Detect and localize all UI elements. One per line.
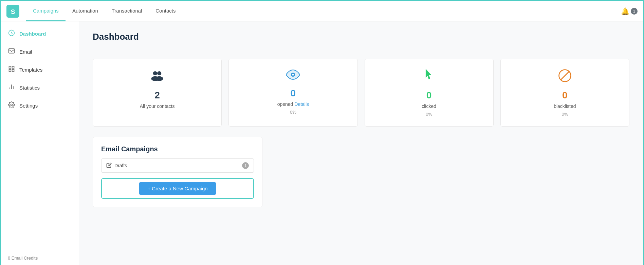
divider bbox=[93, 49, 629, 49]
main-content: Dashboard 2 All your contacts bbox=[79, 21, 643, 265]
svg-rect-6 bbox=[9, 70, 11, 72]
nav-tab-transactional[interactable]: Transactional bbox=[105, 1, 149, 21]
svg-point-11 bbox=[11, 104, 13, 106]
block-icon bbox=[558, 69, 572, 86]
email-credits: 0 Email Credits bbox=[1, 250, 79, 265]
clicked-label: clicked bbox=[422, 103, 436, 109]
blacklisted-count: 0 bbox=[562, 90, 568, 101]
blacklisted-label: blacklisted bbox=[554, 103, 576, 109]
clicked-percent: 0% bbox=[426, 112, 432, 117]
nav-tab-contacts[interactable]: Contacts bbox=[149, 1, 182, 21]
svg-rect-4 bbox=[9, 67, 11, 69]
sidebar-label-dashboard: Dashboard bbox=[19, 31, 46, 37]
eye-icon bbox=[286, 69, 300, 84]
brand-logo: S bbox=[6, 5, 19, 18]
drafts-label: Drafts bbox=[114, 163, 127, 168]
sidebar-label-settings: Settings bbox=[19, 103, 38, 109]
stat-card-clicked: 0 clicked 0% bbox=[365, 59, 494, 127]
drafts-left: Drafts bbox=[106, 163, 127, 169]
stat-cards: 2 All your contacts 0 opened Details bbox=[93, 59, 629, 127]
svg-point-13 bbox=[157, 71, 161, 75]
templates-icon bbox=[8, 65, 15, 74]
campaigns-section: Email Campaigns Drafts 1 + Create a New … bbox=[93, 137, 262, 207]
opened-percent: 0% bbox=[290, 110, 296, 115]
opened-count: 0 bbox=[291, 88, 296, 99]
svg-point-17 bbox=[292, 74, 294, 75]
drafts-row[interactable]: Drafts 1 bbox=[101, 158, 254, 173]
page-title: Dashboard bbox=[93, 32, 629, 42]
campaigns-title: Email Campaigns bbox=[101, 145, 254, 153]
stat-card-blacklisted: 0 blacklisted 0% bbox=[500, 59, 629, 127]
dashboard-icon bbox=[8, 30, 15, 38]
contacts-count: 2 bbox=[154, 90, 160, 101]
clicked-count: 0 bbox=[426, 90, 432, 101]
svg-point-15 bbox=[155, 76, 163, 81]
contacts-label: All your contacts bbox=[140, 103, 175, 109]
sidebar-item-email[interactable]: Email bbox=[1, 43, 79, 61]
svg-rect-7 bbox=[12, 70, 14, 72]
sidebar-item-templates[interactable]: Templates bbox=[1, 61, 79, 79]
stat-card-opened: 0 opened Details 0% bbox=[228, 59, 357, 127]
settings-icon bbox=[8, 101, 15, 110]
svg-text:S: S bbox=[11, 8, 15, 15]
svg-point-12 bbox=[153, 71, 157, 75]
sidebar-label-statistics: Statistics bbox=[19, 85, 40, 91]
create-campaign-wrapper: + Create a New Campaign bbox=[101, 178, 254, 199]
pointer-icon bbox=[423, 69, 436, 86]
sidebar-label-templates: Templates bbox=[19, 67, 42, 73]
svg-rect-5 bbox=[12, 67, 14, 69]
notification-badge: 1 bbox=[631, 8, 638, 15]
sidebar: Dashboard Email Templates bbox=[1, 21, 79, 265]
notification-bell[interactable]: 🔔 1 bbox=[621, 7, 638, 15]
drafts-count-badge: 1 bbox=[242, 162, 249, 169]
contacts-icon bbox=[150, 69, 164, 86]
edit-icon bbox=[106, 163, 112, 169]
nav-tabs: Campaigns Automation Transactional Conta… bbox=[26, 1, 182, 21]
sidebar-item-statistics[interactable]: Statistics bbox=[1, 79, 79, 97]
sidebar-item-settings[interactable]: Settings bbox=[1, 97, 79, 115]
svg-line-19 bbox=[561, 72, 569, 80]
main-layout: Dashboard Email Templates bbox=[1, 21, 643, 265]
top-nav: S Campaigns Automation Transactional Con… bbox=[1, 1, 643, 21]
email-icon bbox=[8, 48, 15, 56]
bell-icon: 🔔 bbox=[621, 7, 629, 15]
nav-tab-campaigns[interactable]: Campaigns bbox=[26, 1, 66, 21]
stat-card-contacts: 2 All your contacts bbox=[93, 59, 222, 127]
nav-right: 🔔 1 bbox=[621, 7, 638, 15]
create-campaign-button[interactable]: + Create a New Campaign bbox=[139, 182, 216, 195]
blacklisted-percent: 0% bbox=[562, 112, 568, 117]
nav-tab-automation[interactable]: Automation bbox=[66, 1, 105, 21]
opened-label: opened Details bbox=[277, 101, 309, 107]
svg-rect-3 bbox=[9, 49, 15, 53]
statistics-icon bbox=[8, 83, 15, 92]
sidebar-item-dashboard[interactable]: Dashboard bbox=[1, 25, 79, 43]
sidebar-label-email: Email bbox=[19, 49, 32, 55]
details-link[interactable]: Details bbox=[294, 101, 309, 107]
